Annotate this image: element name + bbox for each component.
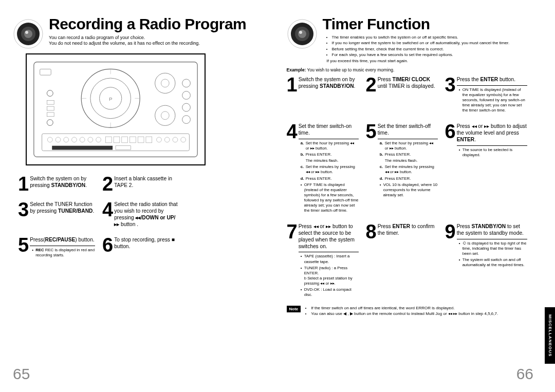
step-8: 8 Press ENTER to confirm the timer. [366, 223, 438, 298]
page-65: Recording a Radio Program You can record… [0, 0, 274, 392]
svg-point-27 [182, 116, 191, 124]
page-title: Recording a Radio Program [49, 15, 261, 33]
page-title: Timer Function [323, 15, 535, 33]
stereo-diagram: P [26, 53, 206, 165]
svg-point-29 [47, 137, 52, 142]
svg-rect-8 [47, 100, 54, 104]
svg-point-32 [72, 137, 77, 142]
svg-point-24 [182, 79, 191, 87]
svg-rect-6 [40, 69, 51, 75]
page-header: Timer Function The timer enables you to … [287, 15, 535, 64]
page-header: Recording a Radio Program You can record… [13, 15, 261, 49]
svg-rect-41 [146, 137, 152, 143]
page-intro-bullets: The timer enables you to switch the syst… [323, 35, 535, 64]
svg-rect-40 [138, 137, 144, 143]
step-number: 3 [18, 201, 28, 218]
step-number: 1 [18, 176, 28, 192]
svg-point-20 [155, 73, 175, 93]
svg-point-45 [181, 137, 186, 142]
svg-point-21 [161, 79, 169, 87]
svg-rect-38 [122, 137, 128, 143]
svg-rect-47 [116, 146, 131, 150]
speaker-icon [287, 18, 318, 49]
svg-point-42 [157, 137, 162, 142]
note-body: If the timer switch on and off times are… [305, 306, 498, 317]
page-number: 65 [13, 365, 30, 383]
speaker-icon [13, 18, 44, 49]
step-4: 4 Set the timer switch-on time. a.Set th… [287, 123, 359, 214]
page-number: 66 [516, 365, 533, 383]
step-3: 3 Press the ENTER button. ON TIME is dis… [445, 77, 527, 114]
page-subtitle: You can record a radio program of your c… [49, 35, 261, 47]
svg-text:P: P [109, 96, 113, 102]
svg-point-3 [24, 30, 32, 38]
step-9: 9 Press STANDBY/ON to set the system to … [445, 223, 527, 298]
svg-rect-36 [105, 137, 112, 143]
svg-point-4 [25, 31, 28, 34]
steps-left: 1 Switch the system on by pressing STAND… [18, 176, 261, 259]
svg-rect-9 [47, 106, 54, 110]
step-5: 5 Press(REC/PAUSE) button. REC REC is di… [18, 237, 95, 259]
svg-point-25 [182, 91, 191, 100]
svg-rect-10 [47, 113, 54, 117]
step-2: 2 Press TIMER/ CLOCK until TIMER is disp… [366, 77, 438, 114]
svg-point-34 [88, 137, 93, 142]
svg-rect-39 [130, 137, 136, 143]
svg-point-35 [96, 137, 101, 142]
svg-point-44 [173, 137, 178, 142]
svg-point-30 [55, 137, 61, 142]
svg-point-43 [164, 137, 170, 142]
svg-rect-37 [114, 137, 120, 143]
step-6: 6 To stop recording, press ■ button. [102, 237, 179, 259]
step-2: 2 Insert a blank cassette in TAPE 2. [102, 176, 179, 192]
svg-point-33 [80, 137, 85, 142]
step-number: 2 [102, 176, 112, 192]
step-1: 1 Switch the system on by pressing STAND… [18, 176, 95, 192]
step-5: 5 Set the timer switch-off time. a.Set t… [366, 123, 438, 214]
page-66: Timer Function The timer enables you to … [274, 0, 556, 392]
svg-point-11 [47, 120, 53, 126]
note-row: Note If the timer switch on and off time… [287, 306, 535, 317]
step-number: 6 [102, 237, 112, 253]
note-label: Note [287, 306, 301, 312]
svg-point-26 [182, 103, 191, 111]
svg-point-7 [47, 90, 53, 97]
svg-point-31 [64, 137, 69, 142]
misc-tab: MISCELLANEOUS [545, 307, 555, 364]
step-6: 6 Press ◂◂ or ▸▸ button to adjust the vo… [445, 123, 527, 214]
step-1: 1 Switch the system on by pressing STAND… [287, 77, 359, 114]
step-3: 3 Select the TUNER function by pressing … [18, 201, 95, 228]
example-line: Example: You wish to wake up to music ev… [287, 67, 535, 72]
svg-point-22 [155, 105, 175, 125]
step-4: 4 Select the radio station that you wish… [102, 201, 179, 228]
svg-rect-46 [52, 146, 113, 150]
svg-point-23 [161, 111, 169, 120]
step-number: 5 [18, 237, 28, 253]
steps-right: 1 Switch the system on by pressing STAND… [287, 77, 535, 299]
step-number: 4 [102, 201, 112, 218]
step-7: 7 Press ◂◂ or ▸▸ button to select the so… [287, 223, 359, 298]
svg-point-51 [298, 30, 306, 38]
svg-point-52 [299, 31, 302, 34]
